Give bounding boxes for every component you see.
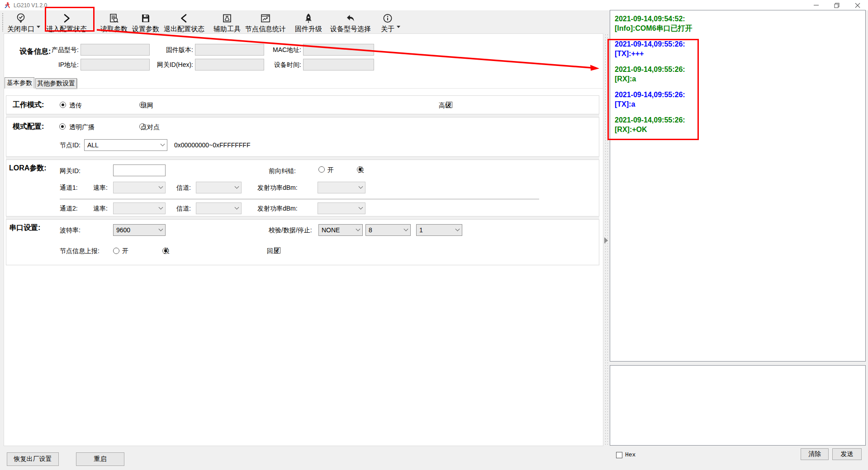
send-input-box bbox=[610, 365, 866, 446]
toolbar-firmware-upgrade-button[interactable]: 固件升级 bbox=[293, 11, 324, 33]
channel1-power-select[interactable] bbox=[318, 182, 365, 193]
work-mode-title: 工作模式: bbox=[13, 100, 44, 110]
serial-groupbox: 串口设置: 波特率: 9600 校验/数据/停止: NONE 8 1 节点信息上… bbox=[6, 219, 599, 265]
fec-off-label: 关 bbox=[358, 166, 364, 174]
mode-config-title: 模式配置: bbox=[13, 122, 44, 132]
report-on-radio[interactable] bbox=[113, 248, 119, 254]
chevron-down-icon bbox=[235, 205, 239, 209]
firmware-version-label: 固件版本: bbox=[149, 46, 193, 54]
log-time: 2021-09-14,09:54:52: bbox=[615, 14, 863, 24]
clear-button[interactable]: 清除 bbox=[801, 448, 829, 460]
channel1-channel-select[interactable] bbox=[196, 182, 242, 193]
channel1-channel-label: 信道: bbox=[176, 184, 191, 192]
tab-divider bbox=[4, 88, 603, 89]
channel1-rate-select[interactable] bbox=[113, 182, 166, 193]
gateway-id-hex-field[interactable] bbox=[195, 59, 264, 70]
close-serial-caret-icon[interactable] bbox=[37, 26, 40, 28]
parity-value: NONE bbox=[322, 226, 340, 234]
firmware-version-field[interactable] bbox=[195, 44, 264, 56]
chevron-down-icon bbox=[404, 226, 408, 231]
tab-other-params[interactable]: 其他参数设置 bbox=[35, 78, 77, 89]
toolbar-gripper[interactable] bbox=[2, 13, 4, 32]
broadcast-radio[interactable] bbox=[59, 123, 66, 130]
toolbar-close-serial-label: 关闭串口 bbox=[7, 25, 34, 33]
mac-address-label: MAC地址: bbox=[257, 46, 301, 54]
toolbar-device-model-label: 设备型号选择 bbox=[330, 25, 371, 33]
lora-gateway-id-input[interactable] bbox=[113, 164, 166, 176]
channel2-rate-select[interactable] bbox=[113, 202, 166, 214]
channel2-power-select[interactable] bbox=[318, 202, 365, 214]
chevron-down-icon bbox=[356, 226, 360, 231]
tab-basic-params[interactable]: 基本参数 bbox=[5, 77, 34, 89]
hex-option: Hex bbox=[616, 451, 636, 458]
report-off-label: 关 bbox=[163, 247, 170, 255]
hex-label: Hex bbox=[625, 451, 636, 458]
close-button[interactable] bbox=[847, 0, 868, 11]
parity-select[interactable]: NONE bbox=[318, 224, 363, 236]
factory-reset-button[interactable]: 恢复出厂设置 bbox=[7, 452, 59, 466]
toolbar-aux-tools-button[interactable]: 辅助工具 bbox=[211, 11, 243, 33]
toolbar-close-serial-button[interactable]: 关闭串口 bbox=[5, 11, 37, 33]
channel1-label: 通道1: bbox=[60, 184, 78, 192]
lora-title: LORA参数: bbox=[9, 164, 47, 173]
serial-pin-icon bbox=[15, 12, 27, 24]
fec-on-radio[interactable] bbox=[318, 166, 325, 173]
product-model-field[interactable] bbox=[81, 44, 150, 56]
splitter-collapse-icon[interactable] bbox=[604, 237, 608, 244]
toolbox-icon bbox=[221, 12, 233, 24]
node-report-label: 节点信息上报: bbox=[60, 247, 100, 255]
toolbar-set-params-button[interactable]: 设置参数 bbox=[130, 11, 161, 33]
toolbar-about-button[interactable]: 关于 bbox=[379, 11, 397, 33]
work-mode-transparent-radio[interactable] bbox=[60, 102, 66, 108]
data-bits-value: 8 bbox=[369, 226, 372, 234]
data-bits-select[interactable]: 8 bbox=[365, 224, 411, 236]
mac-address-field[interactable] bbox=[303, 44, 374, 56]
toolbar-read-params-button[interactable]: 读取参数 bbox=[98, 11, 130, 33]
about-caret-icon[interactable] bbox=[397, 26, 400, 28]
restart-button[interactable]: 重启 bbox=[76, 452, 124, 466]
channel1-power-label: 发射功率dBm: bbox=[257, 184, 298, 192]
log-text: [Info]:COM6串口已打开 bbox=[615, 24, 863, 33]
device-time-label: 设备时间: bbox=[257, 61, 301, 69]
chevron-down-icon bbox=[359, 205, 363, 209]
clear-label: 清除 bbox=[808, 450, 821, 458]
send-button[interactable]: 发送 bbox=[832, 448, 862, 460]
annotation-box-log bbox=[607, 39, 699, 140]
baud-value: 9600 bbox=[116, 226, 130, 234]
toolbar-device-model-button[interactable]: 设备型号选择 bbox=[328, 11, 373, 33]
chevron-down-icon bbox=[455, 226, 460, 231]
ip-address-field[interactable] bbox=[81, 59, 150, 70]
tab-other-params-label: 其他参数设置 bbox=[37, 80, 75, 88]
channel2-channel-label: 信道: bbox=[176, 205, 191, 213]
node-id-select[interactable]: ALL bbox=[84, 139, 167, 151]
serial-title: 串口设置: bbox=[9, 223, 40, 233]
send-input[interactable] bbox=[610, 366, 865, 445]
toolbar-set-params-label: 设置参数 bbox=[132, 25, 159, 33]
info-circle-icon bbox=[382, 12, 394, 24]
toolbar-node-stats-button[interactable]: 节点信息统计 bbox=[243, 11, 288, 33]
toolbar-exit-config-button[interactable]: 退出配置状态 bbox=[161, 11, 207, 33]
broadcast-label: 透明广播 bbox=[69, 123, 95, 132]
minimize-button[interactable] bbox=[806, 0, 826, 11]
device-time-field[interactable] bbox=[303, 59, 374, 70]
report-on-label: 开 bbox=[122, 247, 128, 255]
toolbar-read-params-label: 读取参数 bbox=[100, 25, 128, 33]
channel2-channel-select[interactable] bbox=[196, 202, 242, 214]
chart-window-icon bbox=[260, 12, 271, 24]
hex-checkbox[interactable] bbox=[616, 452, 622, 458]
baud-select[interactable]: 9600 bbox=[113, 224, 166, 236]
p2p-label: 点对点 bbox=[141, 123, 160, 132]
stop-bits-select[interactable]: 1 bbox=[416, 224, 462, 236]
chevron-down-icon bbox=[161, 141, 165, 146]
node-id-label: 节点ID: bbox=[60, 141, 81, 150]
window-controls bbox=[806, 0, 868, 11]
factory-reset-label: 恢复出厂设置 bbox=[14, 455, 52, 463]
ip-address-label: IP地址: bbox=[31, 61, 79, 69]
work-mode-network-label: 组网 bbox=[141, 102, 153, 110]
channel2-label: 通道2: bbox=[60, 205, 78, 213]
fec-label: 前向纠错: bbox=[269, 167, 296, 175]
maximize-button[interactable] bbox=[826, 0, 847, 11]
rocket-icon bbox=[303, 12, 314, 24]
channel2-rate-label: 速率: bbox=[93, 205, 108, 213]
window-title: LG210 V1.2.0 bbox=[14, 2, 47, 9]
